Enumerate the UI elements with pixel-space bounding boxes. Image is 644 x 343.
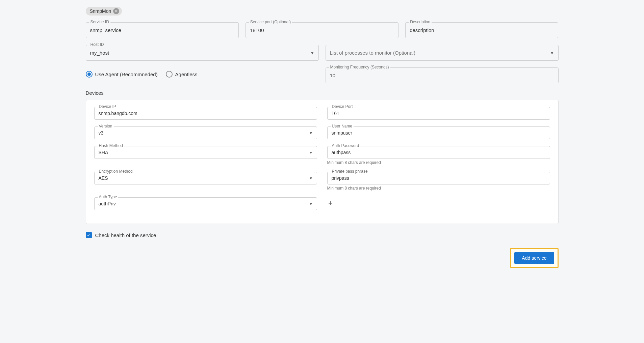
chevron-down-icon: ▾ bbox=[310, 175, 312, 181]
chip-close-icon[interactable]: ✕ bbox=[113, 8, 119, 14]
field-user-name: User Name bbox=[327, 126, 550, 139]
input-auth-password[interactable] bbox=[327, 146, 550, 159]
chevron-down-icon: ▾ bbox=[310, 130, 312, 136]
section-label-devices: Devices bbox=[86, 90, 559, 96]
field-device-ip: Device IP bbox=[94, 107, 317, 120]
chevron-down-icon: ▾ bbox=[551, 50, 553, 56]
label-user-name: User Name bbox=[331, 124, 354, 128]
input-description[interactable] bbox=[405, 22, 558, 38]
helper-auth-password: Minimum 8 chars are required bbox=[327, 160, 550, 165]
field-auth-password: Auth Password Minimum 8 chars are requir… bbox=[327, 146, 550, 165]
label-service-id: Service ID bbox=[89, 20, 110, 24]
label-auth-type: Auth Type bbox=[98, 195, 119, 199]
chip-snmpmon: SnmpMon ✕ bbox=[86, 7, 122, 16]
radio-use-agent[interactable]: Use Agent (Recommneded) bbox=[86, 71, 158, 78]
radio-icon-unchecked bbox=[166, 71, 173, 78]
field-hash-method: Hash Method SHA ▾ bbox=[94, 146, 317, 165]
field-device-port: Device Port bbox=[327, 107, 550, 120]
input-device-ip[interactable] bbox=[94, 107, 317, 120]
select-host-id[interactable]: my_host ▾ bbox=[86, 45, 319, 61]
radio-label-agentless: Agentless bbox=[175, 72, 198, 77]
checkbox-health[interactable]: ✓ Check health of the service bbox=[86, 232, 559, 238]
label-version: Version bbox=[98, 124, 114, 128]
input-device-port[interactable] bbox=[327, 107, 550, 120]
field-encryption-method: Encryption Method AES ▾ bbox=[94, 172, 317, 191]
label-encryption-method: Encryption Method bbox=[98, 169, 134, 174]
input-service-port[interactable] bbox=[246, 22, 398, 38]
field-monitoring-freq: Monitoring Frequency (Seconds) bbox=[326, 67, 559, 83]
select-version[interactable]: v3 ▾ bbox=[94, 126, 317, 139]
label-auth-password: Auth Password bbox=[331, 143, 361, 148]
field-process-list: List of processes to monitor (Optional) … bbox=[326, 45, 559, 61]
select-hash-method-value: SHA bbox=[99, 150, 108, 155]
chevron-down-icon: ▾ bbox=[311, 50, 314, 56]
select-process-list-placeholder: List of processes to monitor (Optional) bbox=[330, 50, 415, 56]
select-auth-type[interactable]: authPriv ▾ bbox=[94, 197, 317, 210]
field-add-device: + bbox=[327, 197, 550, 210]
field-auth-type: Auth Type authPriv ▾ bbox=[94, 197, 317, 210]
select-encryption-method-value: AES bbox=[99, 175, 108, 181]
check-icon: ✓ bbox=[87, 233, 91, 237]
chip-label: SnmpMon bbox=[90, 8, 111, 14]
label-device-port: Device Port bbox=[331, 104, 354, 109]
input-service-id[interactable] bbox=[86, 22, 239, 38]
select-auth-type-value: authPriv bbox=[99, 201, 116, 206]
helper-private-pass: Minimum 8 chars are required bbox=[327, 186, 550, 191]
device-panel: Device IP Device Port Version v3 ▾ User … bbox=[86, 100, 559, 224]
select-hash-method[interactable]: SHA ▾ bbox=[94, 146, 317, 159]
label-private-pass: Private pass phrase bbox=[331, 169, 369, 174]
input-monitoring-freq[interactable] bbox=[326, 67, 559, 83]
field-private-pass: Private pass phrase Minimum 8 chars are … bbox=[327, 172, 550, 191]
chevron-down-icon: ▾ bbox=[310, 201, 312, 206]
select-process-list[interactable]: List of processes to monitor (Optional) … bbox=[326, 45, 559, 61]
field-service-port: Service port (Optional) bbox=[246, 22, 398, 38]
checkbox-label-health: Check health of the service bbox=[95, 232, 156, 238]
label-host-id: Host ID bbox=[89, 42, 105, 47]
radio-icon-checked bbox=[86, 71, 93, 78]
label-service-port: Service port (Optional) bbox=[249, 20, 292, 24]
checkbox-icon-checked: ✓ bbox=[86, 232, 92, 238]
label-description: Description bbox=[409, 20, 432, 24]
field-service-id: Service ID bbox=[86, 22, 239, 38]
input-user-name[interactable] bbox=[327, 126, 550, 139]
label-hash-method: Hash Method bbox=[98, 143, 124, 148]
chevron-down-icon: ▾ bbox=[310, 150, 312, 155]
select-version-value: v3 bbox=[99, 130, 104, 136]
highlight-add-service: Add service bbox=[510, 248, 558, 268]
field-host-id: Host ID my_host ▾ bbox=[86, 45, 319, 61]
add-service-button[interactable]: Add service bbox=[514, 252, 554, 264]
plus-icon[interactable]: + bbox=[327, 200, 334, 207]
radio-label-use-agent: Use Agent (Recommneded) bbox=[95, 72, 158, 77]
field-version: Version v3 ▾ bbox=[94, 126, 317, 139]
label-device-ip: Device IP bbox=[98, 104, 118, 109]
radio-agentless[interactable]: Agentless bbox=[166, 71, 198, 78]
label-monitoring-freq: Monitoring Frequency (Seconds) bbox=[329, 65, 390, 69]
field-description: Description bbox=[405, 22, 558, 38]
select-host-id-value: my_host bbox=[90, 50, 109, 56]
radio-group-agent: Use Agent (Recommneded) Agentless bbox=[86, 67, 198, 81]
